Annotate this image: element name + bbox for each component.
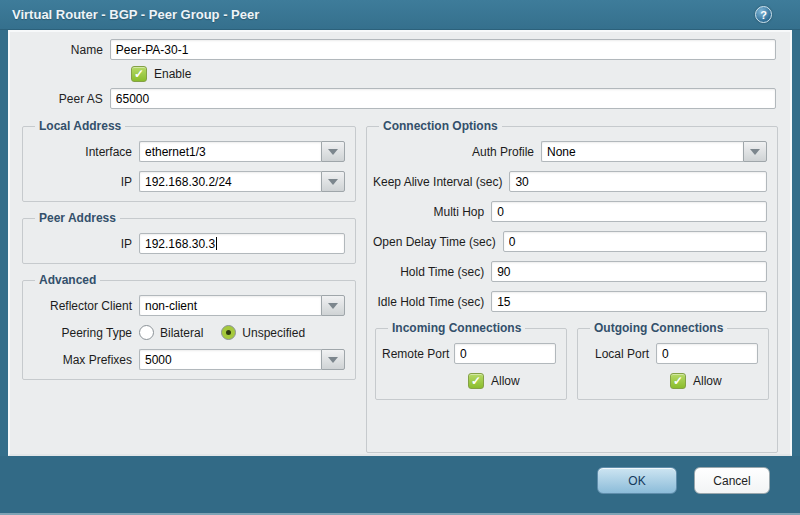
- reflector-client-label: Reflector Client: [29, 299, 139, 313]
- chevron-down-icon: [328, 357, 338, 363]
- ok-button[interactable]: OK: [597, 467, 677, 494]
- radio-bilateral[interactable]: [139, 325, 154, 340]
- connection-options-legend: Connection Options: [379, 119, 502, 133]
- help-icon[interactable]: ?: [755, 6, 772, 23]
- peer-ip-label: IP: [29, 237, 139, 251]
- reflector-client-dropdown[interactable]: [139, 295, 345, 316]
- enable-checkbox[interactable]: ✓: [131, 66, 147, 82]
- open-delay-input[interactable]: [503, 231, 767, 252]
- max-prefixes-label: Max Prefixes: [29, 353, 139, 367]
- peering-type-label: Peering Type: [29, 326, 139, 340]
- max-prefixes-row: Max Prefixes: [29, 349, 345, 370]
- idle-hold-time-label: Idle Hold Time (sec): [373, 295, 491, 309]
- hold-time-row: Hold Time (sec): [373, 261, 767, 282]
- local-port-input[interactable]: [656, 343, 758, 364]
- outgoing-allow-checkbox[interactable]: ✓: [670, 373, 686, 389]
- chevron-down-icon: [328, 149, 338, 155]
- local-address-fieldset: Local Address Interface IP: [22, 119, 356, 202]
- keep-alive-row: Keep Alive Interval (sec): [373, 171, 767, 192]
- multi-hop-row: Multi Hop: [373, 201, 767, 222]
- auth-profile-dropdown-button[interactable]: [743, 141, 767, 162]
- multi-hop-label: Multi Hop: [373, 205, 491, 219]
- dialog-titlebar: Virtual Router - BGP - Peer Group - Peer…: [0, 0, 800, 30]
- enable-row: ✓ Enable: [131, 66, 776, 82]
- advanced-legend: Advanced: [35, 273, 100, 287]
- radio-unspecified-label: Unspecified: [242, 326, 305, 340]
- auth-profile-label: Auth Profile: [373, 145, 541, 159]
- local-address-legend: Local Address: [35, 119, 125, 133]
- peer-as-row: Peer AS: [10, 88, 776, 109]
- incoming-connections-legend: Incoming Connections: [388, 321, 525, 335]
- local-ip-dropdown-button[interactable]: [321, 171, 345, 192]
- incoming-allow-label: Allow: [491, 374, 520, 388]
- max-prefixes-value[interactable]: [139, 349, 321, 370]
- peer-address-legend: Peer Address: [35, 211, 120, 225]
- keep-alive-label: Keep Alive Interval (sec): [373, 175, 509, 189]
- auth-profile-row: Auth Profile: [373, 141, 767, 162]
- local-port-label: Local Port: [584, 347, 656, 361]
- dialog-title: Virtual Router - BGP - Peer Group - Peer: [12, 7, 755, 22]
- chevron-down-icon: [328, 303, 338, 309]
- cancel-button[interactable]: Cancel: [694, 467, 770, 494]
- connection-options-fieldset: Connection Options Auth Profile Keep Ali…: [366, 119, 778, 453]
- local-ip-dropdown[interactable]: [139, 171, 345, 192]
- radio-bilateral-label: Bilateral: [160, 326, 203, 340]
- peer-ip-value: 192.168.30.3: [145, 237, 215, 251]
- hold-time-label: Hold Time (sec): [373, 265, 491, 279]
- peer-address-fieldset: Peer Address IP 192.168.30.3: [22, 211, 356, 264]
- reflector-client-row: Reflector Client: [29, 295, 345, 316]
- incoming-allow-checkbox[interactable]: ✓: [468, 373, 484, 389]
- remote-port-input[interactable]: [454, 343, 556, 364]
- max-prefixes-dropdown[interactable]: [139, 349, 345, 370]
- peer-ip-input[interactable]: 192.168.30.3: [139, 233, 345, 254]
- outgoing-connections-fieldset: Outgoing Connections Local Port ✓ Allow: [577, 321, 769, 400]
- open-delay-label: Open Delay Time (sec): [373, 235, 503, 249]
- keep-alive-input[interactable]: [509, 171, 767, 192]
- remote-port-label: Remote Port: [382, 347, 454, 361]
- hold-time-input[interactable]: [491, 261, 767, 282]
- text-cursor: [216, 237, 217, 250]
- interface-label: Interface: [29, 145, 139, 159]
- interface-row: Interface: [29, 141, 345, 162]
- remote-port-row: Remote Port: [382, 343, 556, 364]
- peering-type-row: Peering Type Bilateral Unspecified: [29, 325, 345, 340]
- interface-dropdown[interactable]: [139, 141, 345, 162]
- auth-profile-value[interactable]: [541, 141, 743, 162]
- outgoing-allow-label: Allow: [693, 374, 722, 388]
- local-port-row: Local Port: [584, 343, 758, 364]
- multi-hop-input[interactable]: [491, 201, 767, 222]
- peer-as-label: Peer AS: [10, 92, 110, 106]
- peer-ip-row: IP 192.168.30.3: [29, 233, 345, 254]
- outgoing-allow-row: ✓ Allow: [670, 373, 762, 389]
- local-ip-label: IP: [29, 175, 139, 189]
- advanced-fieldset: Advanced Reflector Client Peering Type B…: [22, 273, 356, 380]
- radio-unspecified[interactable]: [221, 325, 236, 340]
- enable-label: Enable: [154, 67, 191, 81]
- incoming-connections-fieldset: Incoming Connections Remote Port ✓ Allow: [375, 321, 567, 400]
- dialog-footer: OK Cancel: [0, 456, 800, 515]
- name-label: Name: [10, 43, 110, 57]
- interface-dropdown-button[interactable]: [321, 141, 345, 162]
- auth-profile-dropdown[interactable]: [541, 141, 767, 162]
- local-ip-row: IP: [29, 171, 345, 192]
- local-ip-value[interactable]: [139, 171, 321, 192]
- reflector-client-value[interactable]: [139, 295, 321, 316]
- chevron-down-icon: [750, 149, 760, 155]
- name-row: Name: [10, 39, 776, 60]
- incoming-allow-row: ✓ Allow: [468, 373, 560, 389]
- max-prefixes-dropdown-button[interactable]: [321, 349, 345, 370]
- interface-value[interactable]: [139, 141, 321, 162]
- open-delay-row: Open Delay Time (sec): [373, 231, 767, 252]
- idle-hold-time-input[interactable]: [491, 291, 767, 312]
- chevron-down-icon: [328, 179, 338, 185]
- peer-as-input[interactable]: [110, 88, 776, 109]
- idle-hold-time-row: Idle Hold Time (sec): [373, 291, 767, 312]
- outgoing-connections-legend: Outgoing Connections: [590, 321, 727, 335]
- dialog-body: Name ✓ Enable Peer AS Local Address Inte…: [8, 30, 792, 456]
- name-input[interactable]: [110, 39, 776, 60]
- reflector-client-dropdown-button[interactable]: [321, 295, 345, 316]
